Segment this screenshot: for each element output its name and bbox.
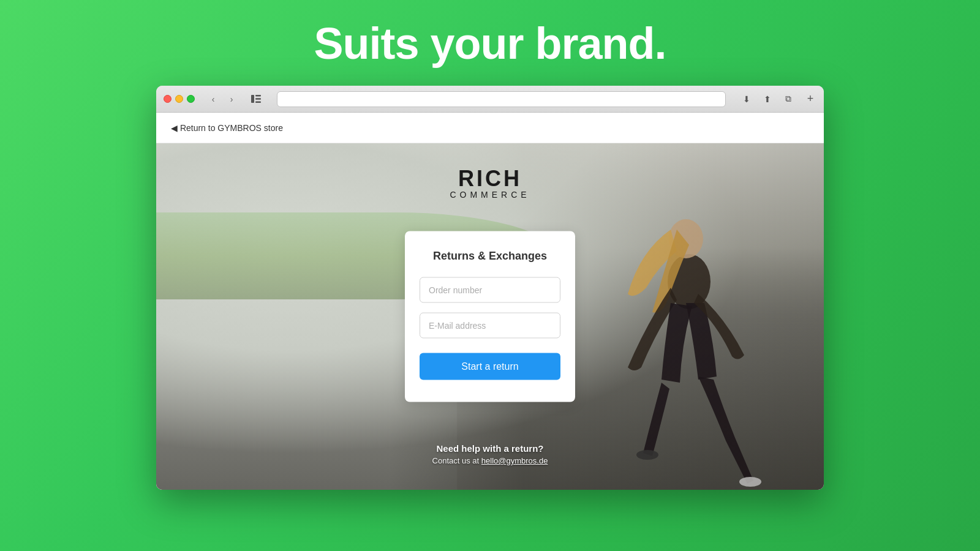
returns-form-card: Returns & Exchanges Start a return bbox=[405, 231, 575, 402]
back-to-store-link[interactable]: ◀ Return to GYMBROS store bbox=[171, 123, 283, 133]
help-section: Need help with a return? Contact us at h… bbox=[432, 443, 548, 465]
browser-titlebar: ‹ › ⬇ ⬆ ⧉ + bbox=[156, 86, 824, 113]
svg-point-7 bbox=[739, 477, 761, 487]
traffic-light-green[interactable] bbox=[187, 95, 195, 103]
person-figure bbox=[579, 156, 775, 490]
svg-point-5 bbox=[669, 219, 703, 258]
new-tab-button[interactable]: + bbox=[804, 93, 816, 105]
browser-window: ‹ › ⬇ ⬆ ⧉ + ◀ Return to GYMBROS store bbox=[156, 86, 824, 490]
brand-name-rich: RICH bbox=[450, 168, 530, 190]
order-number-input[interactable] bbox=[420, 277, 560, 303]
store-nav: ◀ Return to GYMBROS store bbox=[156, 113, 824, 143]
download-button[interactable]: ⬇ bbox=[738, 92, 755, 106]
svg-rect-3 bbox=[255, 102, 261, 103]
forward-button[interactable]: › bbox=[223, 92, 240, 106]
help-subtitle: Contact us at hello@gymbros.de bbox=[432, 456, 548, 465]
address-bar[interactable] bbox=[277, 91, 726, 107]
svg-point-6 bbox=[636, 450, 658, 460]
email-input[interactable] bbox=[420, 313, 560, 339]
traffic-light-red[interactable] bbox=[164, 95, 172, 103]
svg-rect-0 bbox=[251, 95, 254, 103]
traffic-light-yellow[interactable] bbox=[175, 95, 183, 103]
svg-rect-2 bbox=[255, 98, 261, 100]
help-title: Need help with a return? bbox=[432, 443, 548, 454]
back-button[interactable]: ‹ bbox=[205, 92, 222, 106]
help-subtitle-prefix: Contact us at bbox=[432, 456, 481, 465]
sidebar-toggle-button[interactable] bbox=[247, 92, 265, 106]
main-content: RICH COMMERCE Returns & Exchanges Start … bbox=[156, 143, 824, 490]
nav-buttons: ‹ › bbox=[205, 92, 240, 106]
email-field bbox=[420, 313, 560, 339]
copy-tab-button[interactable]: ⧉ bbox=[780, 92, 797, 106]
svg-rect-1 bbox=[255, 95, 261, 97]
brand-logo: RICH COMMERCE bbox=[450, 168, 530, 200]
start-return-button[interactable]: Start a return bbox=[420, 353, 560, 380]
brand-name-commerce: COMMERCE bbox=[450, 190, 530, 200]
page-headline: Suits your brand. bbox=[314, 18, 666, 69]
browser-content: ◀ Return to GYMBROS store bbox=[156, 113, 824, 490]
form-title: Returns & Exchanges bbox=[420, 250, 560, 263]
order-number-field bbox=[420, 277, 560, 303]
share-button[interactable]: ⬆ bbox=[759, 92, 776, 106]
help-email-link[interactable]: hello@gymbros.de bbox=[481, 456, 548, 465]
traffic-lights bbox=[164, 95, 195, 103]
svg-point-4 bbox=[668, 254, 710, 309]
toolbar-right: ⬇ ⬆ ⧉ bbox=[738, 92, 797, 106]
